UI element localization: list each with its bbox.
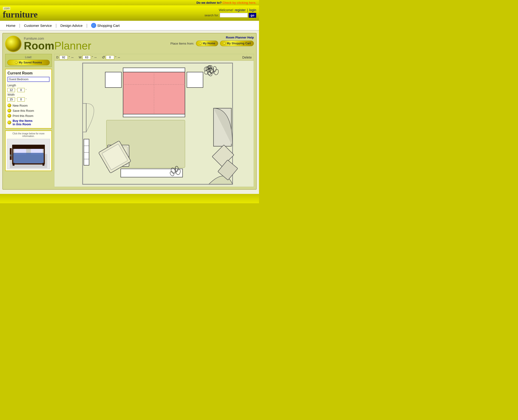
length-in-input[interactable] xyxy=(17,88,25,92)
delivery-link[interactable]: Check by clicking here. xyxy=(222,1,256,4)
svg-rect-16 xyxy=(123,72,185,115)
svg-rect-32 xyxy=(83,103,86,132)
buy-items-button[interactable]: Buy the Items in this Room xyxy=(8,119,49,126)
svg-rect-8 xyxy=(13,163,15,166)
current-room-title: Current Room xyxy=(8,71,49,75)
svg-rect-11 xyxy=(10,154,13,156)
my-cart-dot-icon xyxy=(223,42,226,45)
planner-body: Load: My Saved Rooms Current Room Length xyxy=(5,54,254,187)
register-link[interactable]: register xyxy=(235,8,246,12)
room-planner-container: Furniture.com RoomPlanner Room Planner H… xyxy=(2,33,257,190)
svg-rect-19 xyxy=(123,114,185,117)
depth-unit: " xyxy=(69,56,70,59)
planner-title: Furniture.com RoomPlanner xyxy=(24,37,91,51)
floor-plan-svg xyxy=(54,61,254,187)
nav-home[interactable]: Home xyxy=(2,23,19,28)
width-unit: " xyxy=(26,98,27,101)
length-ft-input[interactable] xyxy=(8,88,15,92)
nav-customer-service[interactable]: Customer Service xyxy=(20,23,56,28)
bed-illustration xyxy=(10,140,47,168)
nav-design-advice[interactable]: Design Advice xyxy=(57,23,86,28)
my-shopping-cart-button[interactable]: My Shopping Cart xyxy=(220,41,254,46)
main-content: Furniture.com RoomPlanner Room Planner H… xyxy=(0,30,259,194)
save-room-button[interactable]: Save this Room xyxy=(8,108,49,113)
planner-top: Furniture.com RoomPlanner Room Planner H… xyxy=(5,36,254,52)
svg-rect-10 xyxy=(10,148,12,160)
search-label: search for: xyxy=(205,14,219,17)
svg-rect-9 xyxy=(43,163,44,166)
svg-rect-38 xyxy=(121,169,183,177)
go-button[interactable]: go xyxy=(249,13,256,18)
depth-label: D xyxy=(56,56,58,59)
new-room-button[interactable]: New Room xyxy=(8,103,49,108)
depth-input[interactable] xyxy=(59,55,68,60)
login-link[interactable]: login xyxy=(249,8,256,12)
planner-label: Planner xyxy=(54,40,91,52)
planner-logo: Furniture.com RoomPlanner xyxy=(5,36,91,52)
cart-label: Shopping Cart xyxy=(97,23,120,28)
header-right: Welcome! register | login search for: go xyxy=(205,8,256,18)
saved-rooms-button[interactable]: My Saved Rooms xyxy=(7,60,50,65)
room-label: Room xyxy=(24,40,54,52)
width-ctrl-label: W xyxy=(79,56,82,59)
info-panel-note: Click the image below for more informati… xyxy=(7,132,50,137)
svg-rect-20 xyxy=(105,72,121,88)
logo-area: .com furniture xyxy=(3,7,38,19)
delivery-label: Do we deliver to? xyxy=(196,1,222,4)
logo-name: furniture xyxy=(3,10,38,19)
room-name-input[interactable] xyxy=(8,77,49,82)
my-home-dot-icon xyxy=(199,42,202,45)
header: .com furniture Welcome! register | login… xyxy=(0,5,259,21)
room-canvas-area: D " ↔ W " ↔ ↺ ° ↔ xyxy=(54,54,254,187)
dim-controls: D " ↔ W " ↔ ↺ ° ↔ xyxy=(54,54,254,61)
my-home-button[interactable]: My Home xyxy=(196,41,218,46)
place-items-row: Place Items from: My Home My Shopping Ca… xyxy=(170,41,254,46)
rotation-input[interactable] xyxy=(106,55,114,60)
bed-image[interactable] xyxy=(7,139,50,169)
saved-rooms-dot-icon xyxy=(15,61,18,64)
length-row: Length xyxy=(8,84,49,87)
width-ctrl-unit: " xyxy=(92,56,93,59)
svg-rect-15 xyxy=(123,68,185,72)
print-room-dot-icon xyxy=(8,114,11,118)
svg-point-0 xyxy=(6,36,21,51)
cart-icon: 🛒 xyxy=(91,23,96,28)
width-label: Width xyxy=(8,93,15,96)
width-ft-input[interactable] xyxy=(8,97,15,102)
buy-items-dot-icon xyxy=(8,121,11,124)
planner-top-right: Room Planner Help Place Items from: My H… xyxy=(170,36,254,46)
svg-rect-4 xyxy=(12,145,45,149)
width-in-input[interactable] xyxy=(17,97,25,102)
width-ctrl-input[interactable] xyxy=(82,55,91,60)
save-room-dot-icon xyxy=(8,109,11,112)
nav-shopping-cart[interactable]: 🛒 Shopping Cart xyxy=(87,23,123,28)
svg-rect-7 xyxy=(13,153,44,163)
delete-button[interactable]: Delete xyxy=(242,56,252,59)
planner-logo-circle xyxy=(5,36,22,52)
welcome-text: Welcome! xyxy=(219,8,233,12)
nav-bar: Home | Customer Service | Design Advice … xyxy=(0,21,259,30)
width-row: Width xyxy=(8,93,49,96)
search-input[interactable] xyxy=(220,13,248,17)
bottom-bar xyxy=(0,194,259,203)
left-panel: Load: My Saved Rooms Current Room Length xyxy=(5,54,52,187)
length-label: Length xyxy=(8,84,16,87)
svg-rect-33 xyxy=(84,139,89,165)
room-floor-plan[interactable] xyxy=(54,61,254,187)
new-room-dot-icon xyxy=(8,104,11,107)
room-actions: New Room Save this Room Print this Room xyxy=(8,103,49,126)
load-section: Load: My Saved Rooms xyxy=(5,54,52,67)
place-items-label: Place Items from: xyxy=(170,42,194,45)
length-unit: " xyxy=(26,89,27,91)
degree-unit: ° xyxy=(115,56,116,59)
separator: | xyxy=(247,8,248,12)
info-panel: Click the image below for more informati… xyxy=(5,130,52,171)
svg-rect-21 xyxy=(187,72,203,88)
current-room-panel: Current Room Length ' " Width xyxy=(5,69,52,128)
delivery-bar: Do we deliver to? Check by clicking here… xyxy=(0,0,259,5)
rotate-icon: ↺ xyxy=(102,55,105,60)
room-planner-help-link[interactable]: Room Planner Help xyxy=(170,36,254,39)
print-room-button[interactable]: Print this Room xyxy=(8,114,49,118)
load-label: Load: xyxy=(7,56,50,59)
